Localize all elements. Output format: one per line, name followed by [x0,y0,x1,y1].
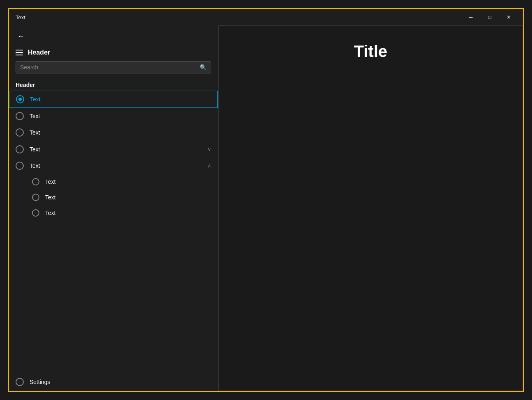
maximize-button[interactable]: □ [480,11,499,24]
list-item[interactable]: Text [9,91,218,108]
list-item[interactable]: Text [9,108,218,124]
content-title: Title [354,42,388,61]
chevron-up-icon: ∧ [208,163,211,169]
sub-items: Text Text Text [9,174,218,221]
back-button[interactable]: ← [16,30,26,42]
window-title: Text [16,14,25,21]
sidebar: ← Header 🔍 Header [9,25,218,391]
item-label: Text [30,162,202,169]
item-label: Text [45,194,211,201]
search-container: 🔍 [9,61,218,78]
title-bar-controls: ─ □ ✕ [461,11,518,24]
radio-button[interactable] [16,162,24,170]
expandable-item[interactable]: Text ∧ [9,158,218,174]
hamburger-icon[interactable] [16,50,23,55]
search-icon: 🔍 [200,64,207,71]
back-icon: ← [17,32,25,41]
search-box: 🔍 [16,61,211,73]
item-label: Text [30,129,211,136]
main-content: ← Header 🔍 Header [9,25,523,391]
sidebar-top: ← [9,25,218,46]
radio-button[interactable] [16,378,24,386]
search-input[interactable] [20,64,196,71]
sub-list-item[interactable]: Text [17,190,218,205]
sub-list-item[interactable]: Text [17,174,218,190]
expandable-section: Text ∨ Text ∧ Text [9,141,218,221]
header-row: Header [9,46,218,61]
radio-button[interactable] [16,95,24,103]
sidebar-header-label: Header [28,49,50,56]
item-label: Text [30,96,211,103]
settings-label: Settings [30,379,211,385]
chevron-down-icon: ∨ [208,146,211,152]
radio-inner [18,98,22,101]
close-button[interactable]: ✕ [499,11,518,24]
top-list-section: Text Text Text [9,91,218,141]
radio-button[interactable] [16,112,24,120]
list-item[interactable]: Text [9,124,218,141]
item-label: Text [45,178,211,185]
app-window: Text ─ □ ✕ ← Header [8,8,524,392]
title-bar-left: Text [16,14,25,21]
radio-button[interactable] [16,145,24,153]
title-bar: Text ─ □ ✕ [9,9,523,25]
expandable-item[interactable]: Text ∨ [9,141,218,158]
settings-row[interactable]: Settings [9,373,218,391]
minimize-button[interactable]: ─ [461,11,480,24]
radio-button[interactable] [32,178,39,185]
content-panel: Title [218,25,523,391]
item-label: Text [30,146,202,153]
radio-button[interactable] [32,194,39,201]
radio-button[interactable] [16,128,24,137]
sub-list-item[interactable]: Text [17,205,218,221]
item-label: Text [45,210,211,216]
section-header: Header [9,78,218,91]
radio-button[interactable] [32,209,39,217]
item-label: Text [30,113,211,119]
